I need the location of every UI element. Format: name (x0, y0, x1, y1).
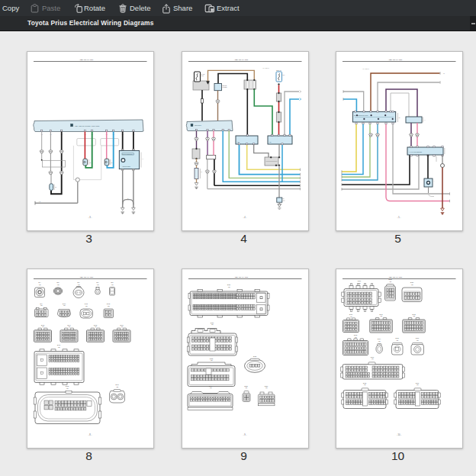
svg-text:A 21: A 21 (269, 141, 272, 143)
svg-text:- 10 -: - 10 - (397, 433, 401, 436)
svg-text:A22: A22 (40, 304, 42, 306)
svg-text:A22: A22 (416, 339, 418, 341)
svg-text:2H: 2H (127, 198, 130, 199)
svg-text:A B: A B (38, 201, 41, 202)
svg-text:ABS, TRAC, VSC: ABS, TRAC, VSC (234, 276, 248, 278)
svg-text:A22: A22 (41, 326, 43, 327)
svg-text:A22: A22 (396, 339, 398, 341)
svg-text:A22: A22 (63, 304, 65, 306)
svg-text:- 3 -: - 3 - (88, 216, 92, 219)
svg-text:- 8 -: - 8 - (88, 433, 92, 436)
svg-text:IG: IG (443, 72, 445, 74)
svg-text:A: A (434, 180, 436, 182)
svg-text:A22: A22 (57, 346, 60, 348)
svg-text:ABS, TRAC, VSC: ABS, TRAC, VSC (79, 59, 93, 61)
svg-text:YAW RATE SENSOR: YAW RATE SENSOR (409, 151, 423, 153)
svg-text:ABS, TRAC, VSC: ABS, TRAC, VSC (388, 59, 402, 61)
svg-text:A22: A22 (111, 284, 113, 285)
svg-text:A22: A22 (116, 386, 118, 388)
svg-text:* 1 : NIHV: * 1 : NIHV (362, 68, 370, 69)
svg-text:A 20: A 20 (236, 141, 240, 143)
svg-text:A22: A22 (96, 284, 98, 285)
svg-text:- 5 -: - 5 - (397, 216, 401, 219)
svg-text:A22: A22 (210, 359, 212, 361)
svg-text:A22: A22 (380, 315, 382, 317)
svg-text:A22: A22 (378, 340, 380, 342)
svg-text:ABS NO.2: ABS NO.2 (195, 124, 202, 126)
svg-text:A22: A22 (66, 388, 68, 389)
svg-text:A22: A22 (363, 384, 365, 385)
svg-text:A22: A22 (265, 387, 267, 388)
svg-text:10A: 10A (283, 74, 286, 76)
svg-text:A22: A22 (77, 284, 79, 285)
svg-text:A22: A22 (410, 284, 413, 285)
svg-text:SKID CONTROL ECU: SKID CONTROL ECU (354, 114, 368, 116)
svg-text:- 4 -: - 4 - (243, 216, 247, 219)
svg-text:A22: A22 (413, 315, 415, 317)
svg-text:A22: A22 (389, 281, 391, 282)
svg-text:A22: A22 (38, 284, 40, 285)
svg-text:2.0L: 2.0L (201, 75, 204, 76)
svg-text:FILTER: FILTER (223, 86, 228, 88)
svg-text:A22: A22 (94, 326, 96, 327)
svg-text:(B): (B) (399, 117, 401, 118)
svg-text:- 9 -: - 9 - (243, 433, 247, 436)
svg-text:A22: A22 (371, 358, 373, 359)
svg-text:(A): (A) (424, 119, 426, 121)
svg-text:A22: A22 (68, 326, 70, 327)
svg-text:A22: A22 (56, 284, 59, 285)
svg-text:M: M (111, 162, 113, 163)
svg-text:A22: A22 (85, 305, 87, 307)
svg-text:M: M (90, 162, 92, 163)
svg-text:A22: A22 (121, 326, 123, 327)
svg-text:ABS, TRAC, VSC: ABS, TRAC, VSC (79, 276, 93, 278)
svg-text:A22: A22 (245, 387, 247, 388)
svg-text:* 1 : NIHV: * 1 : NIHV (262, 67, 270, 69)
svg-text:COMPUTER: COMPUTER (123, 166, 131, 167)
svg-text:A22: A22 (349, 316, 352, 317)
svg-text:A22: A22 (211, 323, 213, 325)
svg-text:SKID CONTROL: SKID CONTROL (123, 153, 133, 155)
svg-text:(A): (A) (142, 158, 144, 159)
svg-text:ABS, TRAC, VSC: ABS, TRAC, VSC (234, 59, 248, 61)
svg-text:A22: A22 (227, 286, 230, 288)
svg-text:M: M (55, 186, 56, 188)
svg-text:A22: A22 (107, 305, 109, 307)
svg-text:A22: A22 (416, 384, 418, 385)
svg-text:A22: A22 (358, 282, 360, 284)
svg-text:A22: A22 (354, 336, 356, 338)
svg-text:ECU-IG: ECU-IG (276, 69, 281, 71)
svg-text:ABS AND TRACTION ACTUATOR: ABS AND TRACTION ACTUATOR (75, 125, 100, 127)
svg-text:A22: A22 (209, 387, 211, 388)
svg-text:R: R (201, 171, 203, 172)
